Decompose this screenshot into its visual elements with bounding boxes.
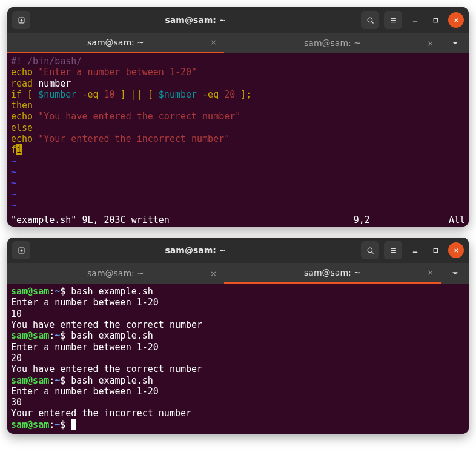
terminal-window-1: sam@sam: ~ sam@sam: ~ × sam@sam: ~: [7, 7, 469, 227]
output-line: Your entered the incorrect number: [11, 408, 191, 419]
svg-point-15: [368, 248, 372, 253]
code-token: else: [11, 122, 33, 133]
code-token: $number: [38, 89, 76, 100]
tabs-dropdown[interactable]: [441, 263, 469, 284]
terminal-window-2: sam@sam: ~ sam@sam: ~ × sam@sam: ~: [7, 238, 469, 434]
tilde-line: ~: [11, 178, 16, 188]
close-icon[interactable]: ×: [210, 38, 217, 47]
prompt-dollar: $: [60, 375, 71, 386]
code-token: $number: [159, 89, 197, 100]
code-token: f: [11, 144, 16, 155]
tabs-dropdown[interactable]: [441, 33, 469, 53]
code-token: [: [27, 89, 38, 100]
output-line: Enter a number between 1-20: [11, 342, 159, 353]
minimize-button[interactable]: [407, 242, 423, 258]
tab-label: sam@sam: ~: [87, 38, 144, 47]
titlebar: sam@sam: ~: [7, 7, 469, 33]
code-token: -eq: [197, 89, 224, 100]
svg-line-4: [371, 21, 373, 23]
terminal-content[interactable]: sam@sam:~$ bash example.sh Enter a numbe…: [7, 284, 469, 434]
tab-2[interactable]: sam@sam: ~ ×: [224, 33, 441, 53]
window-title: sam@sam: ~: [35, 15, 356, 25]
maximize-button[interactable]: [428, 242, 443, 258]
code-token: then: [11, 100, 33, 111]
status-left: "example.sh" 9L, 203C written: [11, 214, 170, 225]
input-line: 30: [11, 397, 22, 408]
terminal-content[interactable]: #! /bin/bash/ echo "Enter a number betwe…: [7, 53, 469, 214]
svg-point-3: [368, 18, 372, 22]
prompt-user: sam@sam: [11, 330, 49, 341]
code-token: 20: [224, 89, 235, 100]
titlebar: sam@sam: ~: [7, 238, 469, 263]
search-button[interactable]: [361, 11, 379, 29]
prompt-path: ~: [55, 419, 60, 430]
svg-rect-21: [434, 248, 437, 252]
code-token: [: [148, 89, 159, 100]
search-button[interactable]: [361, 241, 379, 259]
prompt-colon: :: [49, 330, 55, 341]
input-line: 10: [11, 308, 22, 319]
code-token: if: [11, 89, 27, 100]
prompt-colon: :: [49, 419, 55, 430]
prompt-dollar: $: [60, 419, 71, 430]
command: bash example.sh: [71, 286, 153, 297]
code-token: ]: [115, 89, 126, 100]
tab-label: sam@sam: ~: [304, 268, 361, 278]
code-token: echo: [11, 67, 38, 78]
output-line: You have entered the correct number: [11, 364, 202, 374]
minimize-button[interactable]: [407, 12, 423, 28]
close-button[interactable]: [448, 12, 464, 28]
prompt-user: sam@sam: [11, 375, 49, 386]
tab-bar: sam@sam: ~ × sam@sam: ~ ×: [7, 263, 469, 284]
input-line: 20: [11, 353, 22, 364]
command: bash example.sh: [71, 330, 153, 341]
code-token: echo: [11, 111, 38, 122]
close-icon[interactable]: ×: [427, 39, 434, 48]
close-icon[interactable]: ×: [210, 269, 217, 278]
prompt-path: ~: [55, 375, 60, 386]
vim-status-line: "example.sh" 9L, 203C written 9,2 All: [7, 214, 469, 227]
output-line: You have entered the correct number: [11, 319, 202, 330]
status-percent: All: [449, 214, 465, 225]
code-token: "You have entered the correct number": [38, 111, 240, 122]
close-button[interactable]: [448, 242, 464, 258]
tab-label: sam@sam: ~: [304, 38, 361, 48]
window-title: sam@sam: ~: [35, 245, 356, 255]
command: bash example.sh: [71, 375, 153, 386]
prompt-user: sam@sam: [11, 419, 49, 430]
tilde-line: ~: [11, 167, 16, 178]
svg-line-16: [371, 251, 373, 253]
code-token: "Enter a number between 1-20": [38, 67, 197, 78]
tab-1[interactable]: sam@sam: ~ ×: [7, 263, 224, 284]
prompt-colon: :: [49, 286, 55, 297]
prompt-dollar: $: [60, 330, 71, 341]
tab-2[interactable]: sam@sam: ~ ×: [224, 263, 441, 284]
tilde-line: ~: [11, 200, 16, 211]
code-token: ||: [126, 89, 148, 100]
status-position: 9,2: [354, 214, 370, 225]
tab-1[interactable]: sam@sam: ~ ×: [7, 33, 224, 53]
svg-rect-9: [434, 18, 437, 22]
code-token: ];: [235, 89, 251, 100]
prompt-colon: :: [49, 375, 55, 386]
tab-bar: sam@sam: ~ × sam@sam: ~ ×: [7, 33, 469, 53]
menu-button[interactable]: [384, 11, 402, 29]
code-token: -eq: [76, 89, 104, 100]
output-line: Enter a number between 1-20: [11, 386, 159, 397]
prompt-path: ~: [55, 286, 60, 297]
close-icon[interactable]: ×: [427, 268, 434, 277]
code-token: 10: [104, 89, 115, 100]
output-line: Enter a number between 1-20: [11, 297, 159, 308]
cursor: i: [16, 144, 22, 155]
code-token: echo: [11, 133, 38, 144]
new-tab-button[interactable]: [12, 11, 30, 29]
menu-button[interactable]: [384, 241, 402, 259]
new-tab-button[interactable]: [12, 241, 30, 259]
maximize-button[interactable]: [428, 12, 443, 28]
tilde-line: ~: [11, 156, 16, 167]
code-token: "Your entered the incorrect number": [38, 133, 230, 144]
cursor: [71, 419, 76, 430]
prompt-path: ~: [55, 330, 60, 341]
code-token: read: [11, 78, 38, 89]
code-line: #! /bin/bash/: [11, 56, 82, 67]
